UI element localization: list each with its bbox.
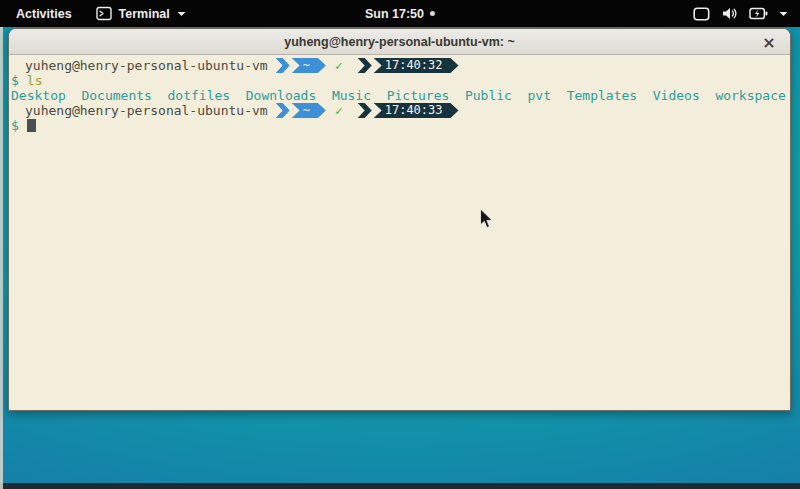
directory-name: Templates (567, 88, 637, 103)
terminal-window: yuheng@henry-personal-ubuntu-vm: ~ × yuh… (8, 28, 791, 411)
directory-name: dotfiles (168, 88, 231, 103)
battery-charging-icon (749, 7, 768, 20)
chevron-down-icon (779, 11, 788, 17)
command-text: ls (27, 73, 43, 88)
prompt-time-segment: 17:40:33 (374, 103, 459, 118)
clock-label: Sun 17:50 (365, 7, 424, 21)
window-title: yuheng@henry-personal-ubuntu-vm: ~ (284, 35, 515, 49)
directory-name: Desktop (11, 88, 66, 103)
top-bar: Activities Terminal Sun 17:50 (0, 0, 800, 27)
prompt-path-segment: ~ (292, 58, 326, 73)
terminal-screen[interactable]: yuheng@henry-personal-ubuntu-vm ~ ✓ 17:4… (9, 55, 790, 410)
directory-name: Music (332, 88, 371, 103)
desktop-left-edge (0, 27, 3, 489)
status-check-icon: ✓ (335, 103, 343, 118)
clock-button[interactable]: Sun 17:50 (365, 0, 435, 27)
prompt-symbol: $ (11, 73, 19, 88)
prompt-line-2: yuheng@henry-personal-ubuntu-vm ~ ✓ 17:4… (11, 103, 788, 118)
powerline-chevron-icon (276, 58, 290, 73)
prompt-user: yuheng@henry-personal-ubuntu-vm (25, 58, 268, 73)
app-menu-button[interactable]: Terminal (96, 6, 186, 21)
directory-name: workspace (715, 88, 785, 103)
directory-name: Documents (81, 88, 151, 103)
prompt-symbol: $ (11, 118, 19, 133)
chevron-down-icon (177, 11, 186, 17)
powerline-chevron-icon (358, 58, 372, 73)
status-check-icon: ✓ (335, 58, 343, 73)
activities-button[interactable]: Activities (10, 4, 78, 24)
directory-name: Public (465, 88, 512, 103)
window-titlebar[interactable]: yuheng@henry-personal-ubuntu-vm: ~ × (9, 29, 790, 55)
screen-icon (693, 7, 710, 21)
system-status-menu[interactable] (693, 0, 800, 27)
powerline-chevron-icon (358, 103, 372, 118)
directory-name: Downloads (246, 88, 316, 103)
directory-name: Pictures (387, 88, 450, 103)
command-line: $ ls (11, 73, 788, 88)
close-button[interactable]: × (758, 29, 780, 55)
terminal-icon (96, 6, 112, 21)
terminal-cursor (27, 119, 36, 132)
input-line: $ (11, 118, 788, 133)
ls-output-line: DesktopDocumentsdotfilesDownloadsMusicPi… (11, 88, 788, 103)
powerline-chevron-icon (276, 103, 290, 118)
directory-name: pvt (528, 88, 551, 103)
prompt-time-segment: 17:40:32 (374, 58, 459, 73)
prompt-path-segment: ~ (292, 103, 326, 118)
directory-name: Videos (653, 88, 700, 103)
prompt-user: yuheng@henry-personal-ubuntu-vm (25, 103, 268, 118)
desktop-bottom-edge (0, 483, 800, 489)
app-menu-label: Terminal (119, 7, 170, 21)
prompt-line-1: yuheng@henry-personal-ubuntu-vm ~ ✓ 17:4… (11, 58, 788, 73)
volume-icon (721, 6, 738, 21)
notification-dot-icon (430, 11, 435, 16)
